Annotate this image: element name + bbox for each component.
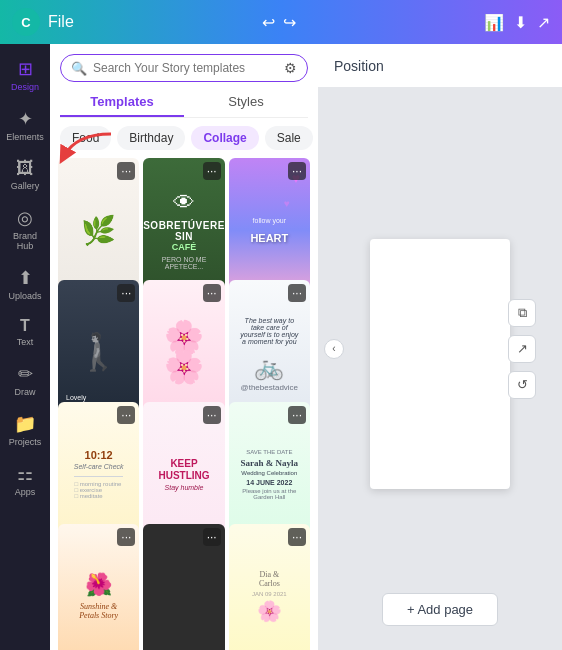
share-icon[interactable]: ↗ bbox=[537, 13, 550, 32]
pill-birthday[interactable]: Birthday bbox=[117, 126, 185, 150]
position-label: Position bbox=[334, 58, 384, 74]
pill-sale[interactable]: Sale bbox=[265, 126, 313, 150]
search-input[interactable] bbox=[93, 61, 278, 75]
add-tool-button[interactable]: ↗ bbox=[508, 335, 536, 363]
analytics-icon[interactable]: 📊 bbox=[484, 13, 504, 32]
copy-tool-button[interactable]: ⧉ bbox=[508, 299, 536, 327]
sidebar-label-design: Design bbox=[11, 82, 39, 92]
collapse-panel-button[interactable]: ‹ bbox=[324, 339, 344, 359]
canvas-area: ‹ ⧉ ↗ ↺ + Add page bbox=[318, 88, 562, 650]
card-title: HEART bbox=[250, 232, 288, 244]
card-menu-button[interactable]: ··· bbox=[203, 284, 221, 302]
sidebar-item-apps[interactable]: ⚏ Apps bbox=[2, 457, 48, 503]
sidebar-item-design[interactable]: ⊞ Design bbox=[2, 52, 48, 98]
card-title: SOBRETÚVERESIN bbox=[143, 220, 224, 242]
canvas-tools: ⧉ ↗ ↺ bbox=[508, 299, 536, 399]
gallery-icon: 🖼 bbox=[16, 158, 34, 179]
search-icon: 🔍 bbox=[71, 61, 87, 76]
pill-collage[interactable]: Collage bbox=[191, 126, 258, 150]
file-menu-button[interactable]: File bbox=[48, 13, 74, 31]
panel-wrapper: 🔍 ⚙ Templates Styles Food Birthday Colla… bbox=[50, 44, 318, 650]
add-page-button[interactable]: + Add page bbox=[382, 593, 498, 626]
card-menu-button[interactable]: ··· bbox=[203, 162, 221, 180]
category-pills: Food Birthday Collage Sale › bbox=[50, 118, 318, 158]
sidebar: ⊞ Design ✦ Elements 🖼 Gallery ◎ Brand Hu… bbox=[0, 44, 50, 650]
tab-styles[interactable]: Styles bbox=[184, 88, 308, 117]
app-logo: C bbox=[12, 8, 40, 36]
right-header: Position bbox=[318, 44, 562, 88]
card-menu-button[interactable]: ··· bbox=[203, 528, 221, 546]
card-menu-button[interactable]: ··· bbox=[288, 284, 306, 302]
person-icon: 🚶 bbox=[76, 331, 121, 373]
eye-icon: 👁 bbox=[173, 190, 195, 216]
sidebar-item-text[interactable]: T Text bbox=[2, 311, 48, 353]
card-menu-button[interactable]: ··· bbox=[288, 162, 306, 180]
sidebar-label-draw: Draw bbox=[14, 387, 35, 397]
undo-button[interactable]: ↩ bbox=[262, 13, 275, 32]
draw-icon: ✏ bbox=[18, 363, 33, 385]
sidebar-item-uploads[interactable]: ⬆ Uploads bbox=[2, 261, 48, 307]
template-card[interactable]: ··· bbox=[143, 524, 224, 650]
elements-icon: ✦ bbox=[18, 108, 33, 130]
sidebar-item-elements[interactable]: ✦ Elements bbox=[2, 102, 48, 148]
sidebar-item-brand[interactable]: ◎ Brand Hub bbox=[2, 201, 48, 257]
projects-icon: 📁 bbox=[14, 413, 36, 435]
heart-icon-2: ♥ bbox=[284, 198, 290, 209]
sidebar-item-projects[interactable]: 📁 Projects bbox=[2, 407, 48, 453]
top-bar-left: C File bbox=[12, 8, 74, 36]
sidebar-label-text: Text bbox=[17, 337, 34, 347]
template-panel: 🔍 ⚙ Templates Styles Food Birthday Colla… bbox=[50, 44, 318, 650]
lovely-label: Lovely bbox=[66, 394, 86, 401]
redo-button[interactable]: ↪ bbox=[283, 13, 296, 32]
card-menu-button[interactable]: ··· bbox=[203, 406, 221, 424]
sidebar-label-uploads: Uploads bbox=[8, 291, 41, 301]
top-bar: C File ↩ ↪ 📊 ⬇ ↗ bbox=[0, 0, 562, 44]
top-bar-center: ↩ ↪ bbox=[262, 13, 296, 32]
apps-icon: ⚏ bbox=[17, 463, 33, 485]
template-card[interactable]: Dia &Carlos JAN 09 2021 🌸 ··· bbox=[229, 524, 310, 650]
tab-bar: Templates Styles bbox=[60, 88, 308, 118]
search-bar: 🔍 ⚙ bbox=[60, 54, 308, 82]
sidebar-label-elements: Elements bbox=[6, 132, 44, 142]
top-bar-right: 📊 ⬇ ↗ bbox=[484, 13, 550, 32]
card-menu-button[interactable]: ··· bbox=[117, 528, 135, 546]
text-icon: T bbox=[20, 317, 30, 335]
card-menu-button[interactable]: ··· bbox=[117, 162, 135, 180]
pill-food[interactable]: Food bbox=[60, 126, 111, 150]
sidebar-item-gallery[interactable]: 🖼 Gallery bbox=[2, 152, 48, 197]
design-icon: ⊞ bbox=[18, 58, 33, 80]
brand-icon: ◎ bbox=[17, 207, 33, 229]
sidebar-label-projects: Projects bbox=[9, 437, 42, 447]
templates-grid: 🌿 ··· 👁 SOBRETÚVERESIN CAFÉ PERO NO MEAP… bbox=[50, 158, 318, 650]
refresh-tool-button[interactable]: ↺ bbox=[508, 371, 536, 399]
sidebar-item-draw[interactable]: ✏ Draw bbox=[2, 357, 48, 403]
card-menu-button[interactable]: ··· bbox=[288, 406, 306, 424]
card-menu-button[interactable]: ··· bbox=[288, 528, 306, 546]
template-card[interactable]: 🌺 Sunshine &Petals Story ··· bbox=[58, 524, 139, 650]
main-layout: ⊞ Design ✦ Elements 🖼 Gallery ◎ Brand Hu… bbox=[0, 44, 562, 650]
tab-templates[interactable]: Templates bbox=[60, 88, 184, 117]
uploads-icon: ⬆ bbox=[18, 267, 33, 289]
filter-icon[interactable]: ⚙ bbox=[284, 60, 297, 76]
card-menu-button[interactable]: ··· bbox=[117, 284, 135, 302]
canvas-page bbox=[370, 239, 510, 489]
card-menu-button[interactable]: ··· bbox=[117, 406, 135, 424]
download-icon[interactable]: ⬇ bbox=[514, 13, 527, 32]
sidebar-label-apps: Apps bbox=[15, 487, 36, 497]
sidebar-label-brand: Brand Hub bbox=[6, 231, 44, 251]
right-panel: Position ‹ ⧉ ↗ ↺ + Add page bbox=[318, 44, 562, 650]
sidebar-label-gallery: Gallery bbox=[11, 181, 40, 191]
